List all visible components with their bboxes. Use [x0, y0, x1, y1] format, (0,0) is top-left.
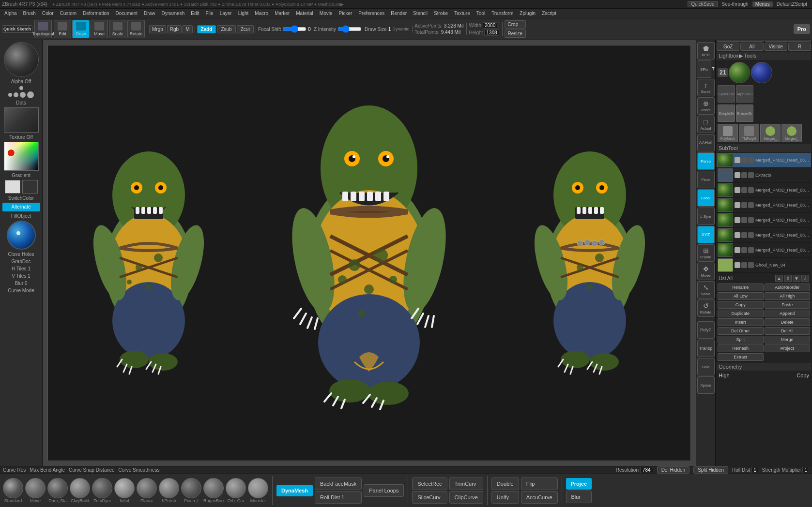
- subtool-item-4[interactable]: Merged_PM3D_Head_03_03: [717, 213, 811, 228]
- pro-btn[interactable]: Pro: [794, 24, 810, 34]
- menus-btn[interactable]: Menus: [752, 1, 773, 7]
- main-tool-sphere[interactable]: [729, 62, 750, 83]
- del-hidden-btn[interactable]: Del Hidden: [657, 466, 689, 474]
- menu-light[interactable]: Light: [236, 10, 251, 16]
- goz-btn[interactable]: GoZ: [717, 43, 739, 51]
- polymesh-btn[interactable]: PolyMesh: [718, 124, 738, 142]
- subtool-vis-5[interactable]: [735, 232, 740, 238]
- arrow-dup-btn[interactable]: ⇧: [784, 275, 792, 282]
- select-rect-btn[interactable]: SelectRec: [412, 477, 447, 490]
- subtool-vis-3[interactable]: [735, 202, 740, 208]
- menu-dynamesh[interactable]: Dynamesh: [159, 10, 187, 16]
- scroll-btn[interactable]: ↕ Scroll: [697, 79, 715, 96]
- insert-btn[interactable]: Insert: [718, 318, 764, 326]
- alpha-brush-sphere[interactable]: [751, 62, 772, 83]
- arrow-ddown-btn[interactable]: ⇩: [801, 275, 809, 282]
- menu-document[interactable]: Document: [113, 10, 140, 16]
- subtool-item-1[interactable]: Extract9: [717, 168, 811, 183]
- alpha-sphere[interactable]: [4, 42, 39, 77]
- alternate-btn[interactable]: Alternate: [2, 203, 40, 211]
- subtool-edit-5[interactable]: [748, 232, 754, 238]
- menu-tool[interactable]: Tool: [474, 10, 488, 16]
- subtool-item-7[interactable]: Ghoul_New_04: [717, 258, 811, 273]
- subtool-edit-3[interactable]: [748, 202, 754, 208]
- merged2-btn[interactable]: Merged_: [781, 124, 802, 142]
- roll-dist-val[interactable]: 1: [751, 467, 758, 473]
- rugasboo-brush-ball[interactable]: [203, 478, 224, 498]
- merge-btn[interactable]: Merge: [765, 336, 811, 343]
- h-tiles[interactable]: H Tiles 1: [12, 266, 31, 271]
- duplicate-btn[interactable]: Duplicate: [718, 310, 764, 317]
- subtool-lock-4[interactable]: [741, 217, 747, 223]
- spix-btn[interactable]: SPix: [697, 60, 711, 78]
- damsta-brush-ball[interactable]: [47, 478, 68, 498]
- resolution-val[interactable]: 784: [640, 467, 653, 473]
- see-through-btn[interactable]: See-through: [719, 1, 751, 7]
- topological-btn[interactable]: Topological: [34, 20, 52, 38]
- paste-btn[interactable]: Paste: [765, 301, 811, 309]
- sphere-br-btn[interactable]: SphereBr: [718, 85, 735, 103]
- menu-transform[interactable]: Transform: [489, 10, 516, 16]
- merged1-btn[interactable]: Merged_: [760, 124, 781, 142]
- menu-color[interactable]: Color: [40, 10, 56, 16]
- menu-preferences[interactable]: Preferences: [356, 10, 387, 16]
- rotate-btn[interactable]: Rotate: [127, 20, 145, 38]
- dynmesh-btn[interactable]: DynaMesh: [276, 485, 313, 496]
- subtool-lock-3[interactable]: [741, 202, 747, 208]
- subtool-vis-6[interactable]: [735, 247, 740, 253]
- canvas-inner[interactable]: [47, 45, 691, 461]
- v-tiles[interactable]: V Tiles 1: [12, 273, 30, 279]
- canvas-area[interactable]: [43, 40, 696, 466]
- xpose-btn[interactable]: Xpose: [697, 376, 715, 394]
- subtool-vis-0[interactable]: [735, 157, 740, 163]
- subtool-lock-1[interactable]: [741, 172, 747, 178]
- subtool-vis-1[interactable]: [735, 172, 740, 178]
- default-zscript-btn[interactable]: DefaultZScript: [774, 1, 810, 7]
- orbcra-brush-ball[interactable]: [226, 478, 246, 498]
- m-btn[interactable]: M: [183, 25, 192, 33]
- move-btn[interactable]: Move: [91, 20, 108, 38]
- claybuild-brush-ball[interactable]: [70, 478, 90, 498]
- subtool-lock-6[interactable]: [741, 247, 747, 253]
- eraser-br-btn[interactable]: EraserBr: [736, 104, 753, 122]
- menu-zplugin[interactable]: Zplugin: [517, 10, 538, 16]
- subtool-edit-1[interactable]: [748, 172, 754, 178]
- curve-mode-btn[interactable]: Curve Mode: [8, 288, 34, 293]
- menu-zscript[interactable]: Zscript: [539, 10, 559, 16]
- subtool-item-6[interactable]: Merged_PM3D_Head_03_03: [717, 243, 811, 258]
- del-other-btn[interactable]: Del Other: [718, 327, 764, 335]
- trim-curv-btn[interactable]: TrimCurv: [449, 477, 483, 490]
- backface-mask-btn[interactable]: BackFaceMask: [315, 477, 362, 490]
- bpr-btn[interactable]: ⬟ BPR: [697, 42, 715, 60]
- tmpolym-btn[interactable]: TMPolyM: [739, 124, 759, 142]
- subtool-vis-2[interactable]: [735, 187, 740, 193]
- strength-mult-val[interactable]: 1: [802, 467, 809, 473]
- arrow-up-btn[interactable]: ▲: [775, 275, 783, 282]
- monster-brush-ball[interactable]: [248, 478, 268, 498]
- move-icon-btn[interactable]: ✥ Move: [697, 263, 715, 280]
- scale-icon-btn[interactable]: ⤡ Scale: [697, 281, 715, 298]
- color-picker[interactable]: [4, 142, 39, 171]
- height-val[interactable]: 1308: [484, 30, 499, 36]
- rotate-icon-btn[interactable]: ↺ Rotate: [697, 299, 715, 317]
- split-hidden-btn[interactable]: Split Hidden: [693, 466, 728, 474]
- subtool-edit-2[interactable]: [748, 187, 754, 193]
- persp-btn[interactable]: Persp: [697, 152, 715, 170]
- transp-btn[interactable]: Transp: [697, 340, 715, 357]
- all-high-btn[interactable]: All High: [765, 292, 811, 300]
- move-brush-ball[interactable]: [25, 478, 46, 498]
- extract-btn[interactable]: Extract: [718, 353, 764, 361]
- close-holes-btn[interactable]: Close Holes: [8, 252, 34, 257]
- polyf-btn[interactable]: PolyF: [697, 321, 715, 339]
- menu-deformation[interactable]: Deformation: [80, 10, 111, 16]
- r-btn[interactable]: R: [788, 43, 811, 51]
- menu-picker[interactable]: Picker: [337, 10, 355, 16]
- subtool-item-3[interactable]: Merged_PM3D_Head_03_03: [717, 198, 811, 213]
- frame-btn[interactable]: ⊞ Frame: [697, 244, 715, 262]
- subtool-edit-6[interactable]: [748, 247, 754, 253]
- menu-stroke[interactable]: Stroke: [431, 10, 450, 16]
- swatch-right[interactable]: [22, 180, 38, 194]
- menu-layer[interactable]: Layer: [217, 10, 234, 16]
- copy-btn[interactable]: Copy: [718, 301, 764, 309]
- switch-color-btn[interactable]: [5, 180, 38, 194]
